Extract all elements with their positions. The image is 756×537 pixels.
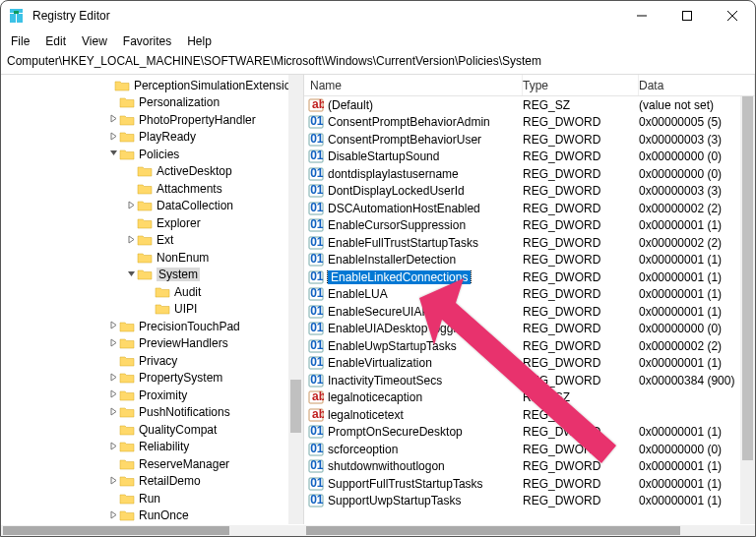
tree-item[interactable]: ReserveManager [1,455,303,473]
tree-item[interactable]: PhotoPropertyHandler [1,111,303,129]
tree-item[interactable]: PushNotifications [1,404,303,422]
expand-toggle-icon[interactable] [107,373,119,384]
registry-value-row[interactable]: 011PromptOnSecureDesktopREG_DWORD0x00000… [304,424,755,442]
menu-edit[interactable]: Edit [45,34,66,48]
registry-value-row[interactable]: 011EnableVirtualizationREG_DWORD0x000000… [304,355,755,373]
expand-toggle-icon[interactable] [125,235,137,246]
registry-value-row[interactable]: 011EnableLinkedConnectionsREG_DWORD0x000… [304,268,755,286]
expand-toggle-icon[interactable] [125,201,137,211]
registry-value-row[interactable]: 011DisableStartupSoundREG_DWORD0x0000000… [304,149,755,166]
tree-item[interactable]: PrecisionTouchPad [1,318,303,335]
tree-item[interactable]: RetailDemo [1,473,303,491]
registry-value-row[interactable]: 011SupportFullTrustStartupTasksREG_DWORD… [304,475,755,493]
tree-item[interactable]: DataCollection [1,198,303,215]
address-bar[interactable]: Computer\HKEY_LOCAL_MACHINE\SOFTWARE\Mic… [1,52,755,75]
registry-value-row[interactable]: 011EnableFullTrustStartupTasksREG_DWORD0… [304,234,755,252]
value-name: DisableStartupSound [328,149,439,163]
value-data: 0x00000003 (3) [639,133,755,147]
expand-toggle-icon[interactable] [107,132,119,143]
list-horizontal-scrollbar[interactable] [304,525,755,536]
tree-item[interactable]: PlayReady [1,129,303,147]
value-type: REG_DWORD [523,443,639,456]
expand-toggle-icon[interactable] [107,338,119,349]
registry-value-row[interactable]: 011EnableUIADesktopToggleREG_DWORD0x0000… [304,321,755,338]
value-name: DontDisplayLockedUserId [328,184,465,198]
tree-item[interactable]: Audit [1,283,303,301]
minimize-button[interactable] [619,1,664,30]
tree-item[interactable]: ActiveDesktop [1,163,303,181]
registry-value-row[interactable]: 011scforceoptionREG_DWORD0x00000000 (0) [304,441,755,458]
tree-item[interactable]: Privacy [1,352,303,370]
registry-value-list[interactable]: ab(Default)REG_SZ(value not set)011Conse… [304,96,755,509]
maximize-button[interactable] [664,1,710,30]
tree-item-label: DataCollection [157,199,233,212]
expand-toggle-icon[interactable] [107,321,119,331]
registry-value-row[interactable]: 011SupportUwpStartupTasksREG_DWORD0x0000… [304,493,755,510]
tree-item[interactable]: Personalization [1,94,303,112]
folder-icon [119,388,135,402]
tree-item[interactable]: Reliability [1,439,303,456]
folder-icon [119,371,135,385]
value-data: 0x00000005 (5) [639,115,755,129]
menu-file[interactable]: File [11,34,30,48]
menu-view[interactable]: View [82,34,107,48]
tree-item[interactable]: PerceptionSimulationExtensions [1,77,303,94]
tree-item[interactable]: QualityCompat [1,421,303,439]
registry-tree[interactable]: PerceptionSimulationExtensionsPersonaliz… [1,75,303,524]
registry-value-row[interactable]: 011ConsentPromptBehaviorUserREG_DWORD0x0… [304,131,755,149]
tree-item[interactable]: Explorer [1,214,303,232]
registry-value-row[interactable]: 011InactivityTimeoutSecsREG_DWORD0x00000… [304,372,755,389]
tree-item[interactable]: NonEnum [1,249,303,267]
value-type: REG_DWORD [523,339,639,353]
tree-item[interactable]: Ext [1,232,303,250]
registry-value-row[interactable]: 011DSCAutomationHostEnabledREG_DWORD0x00… [304,200,755,217]
expand-toggle-icon[interactable] [107,442,119,452]
tree-horizontal-scrollbar[interactable] [1,525,304,536]
expand-toggle-icon[interactable] [107,476,119,487]
expand-toggle-icon[interactable] [107,510,119,521]
registry-value-row[interactable]: 011EnableInstallerDetectionREG_DWORD0x00… [304,252,755,269]
column-header-type[interactable]: Type [523,75,639,95]
registry-value-row[interactable]: 011dontdisplaylastusernameREG_DWORD0x000… [304,165,755,183]
tree-item[interactable]: Proximity [1,387,303,404]
tree-vertical-scrollbar[interactable] [288,75,303,524]
list-vertical-scrollbar[interactable] [740,96,755,524]
registry-value-row[interactable]: 011EnableCursorSuppressionREG_DWORD0x000… [304,217,755,235]
svg-text:011: 011 [310,425,324,438]
menu-help[interactable]: Help [187,34,212,48]
tree-item[interactable]: UIPI [1,301,303,319]
registry-value-row[interactable]: 011EnableSecureUIAPathsREG_DWORD0x000000… [304,303,755,321]
registry-value-row[interactable]: ab(Default)REG_SZ(value not set) [304,96,755,114]
expand-toggle-icon[interactable] [107,149,119,159]
tree-item-label: Ext [157,233,173,247]
svg-text:011: 011 [310,443,324,455]
tree-item-label: PrecisionTouchPad [139,320,240,333]
string-value-icon: ab [308,408,324,422]
column-header-data[interactable]: Data [639,75,755,95]
tree-item[interactable]: Run [1,490,303,507]
expand-toggle-icon[interactable] [107,407,119,418]
tree-item-label: System [157,268,200,281]
registry-value-row[interactable]: 011shutdownwithoutlogonREG_DWORD0x000000… [304,458,755,476]
tree-item[interactable]: PreviewHandlers [1,335,303,353]
menu-favorites[interactable]: Favorites [123,34,171,48]
registry-value-row[interactable]: ablegalnoticecaptionREG_SZ [304,389,755,407]
registry-value-row[interactable]: 011EnableUwpStartupTasksREG_DWORD0x00000… [304,337,755,355]
expand-toggle-icon[interactable] [125,269,137,280]
registry-value-row[interactable]: 011EnableLUAREG_DWORD0x00000001 (1) [304,286,755,304]
value-data: 0x00000001 (1) [639,356,755,370]
tree-item[interactable]: Policies [1,146,303,163]
registry-value-row[interactable]: 011DontDisplayLockedUserIdREG_DWORD0x000… [304,183,755,201]
window-controls [619,1,755,30]
registry-value-row[interactable]: 011ConsentPromptBehaviorAdminREG_DWORD0x… [304,114,755,132]
tree-item[interactable]: System [1,267,303,284]
expand-toggle-icon[interactable] [107,114,119,125]
tree-item[interactable]: Attachments [1,180,303,198]
binary-value-icon: 011 [308,287,324,301]
tree-item[interactable]: PropertySystem [1,370,303,388]
column-header-name[interactable]: Name [304,75,523,95]
close-button[interactable] [710,1,755,30]
tree-item[interactable]: RunOnce [1,507,303,525]
registry-value-row[interactable]: ablegalnoticetextREG_SZ [304,406,755,424]
expand-toggle-icon[interactable] [107,389,119,400]
